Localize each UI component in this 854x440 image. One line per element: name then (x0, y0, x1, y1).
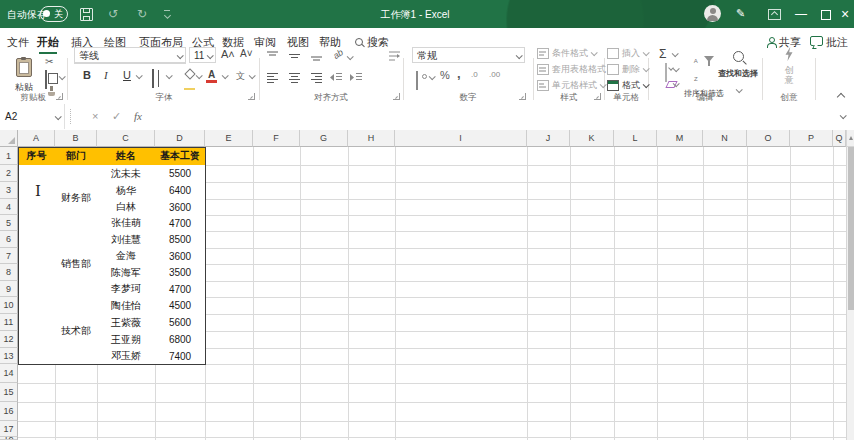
cell-name[interactable]: 杨华 (97, 182, 156, 200)
gridline (614, 147, 615, 440)
cell-salary[interactable]: 5500 (155, 165, 206, 183)
cell-department[interactable]: 销售部 (55, 231, 98, 298)
column-header[interactable]: Q (833, 130, 846, 147)
row-header[interactable]: 15 (0, 383, 18, 402)
cell-name[interactable]: 王亚朔 (97, 331, 156, 349)
row-header[interactable]: 3 (0, 182, 18, 199)
cell-name[interactable]: 邓玉娇 (97, 348, 156, 365)
vertical-scrollbar[interactable] (846, 130, 854, 440)
column-header[interactable]: E (205, 130, 253, 147)
column-header[interactable]: A (18, 130, 55, 147)
excel-window: 自动保存 关 ↺ ↻ 工作簿1 - Excel ✎ — × 文件 开始 插入 绘… (0, 0, 854, 440)
row-header[interactable]: 2 (0, 165, 18, 182)
gridline (833, 147, 834, 440)
cell-name[interactable]: 刘佳慧 (97, 231, 156, 249)
column-header[interactable]: I (395, 130, 527, 147)
select-all-corner[interactable] (0, 130, 18, 147)
row-header[interactable]: 12 (0, 331, 18, 348)
cell-name[interactable]: 沈未未 (97, 165, 156, 183)
cell-department[interactable]: 技术部 (55, 297, 98, 365)
cell-salary[interactable]: 3600 (155, 199, 206, 216)
column-header[interactable]: K (570, 130, 614, 147)
gridline (790, 147, 791, 440)
cell-serial[interactable] (18, 231, 56, 298)
row-header[interactable]: 7 (0, 248, 18, 264)
cell-salary[interactable]: 4500 (155, 297, 206, 315)
gridline (18, 437, 846, 438)
cell-name[interactable]: 王紫薇 (97, 314, 156, 332)
cell-name[interactable]: 张佳萌 (97, 215, 156, 232)
cell-salary[interactable]: 8500 (155, 231, 206, 249)
cell-salary[interactable]: 5600 (155, 314, 206, 332)
table-header-cell[interactable]: 序号 (18, 147, 56, 166)
column-header[interactable]: J (527, 130, 570, 147)
column-header[interactable]: B (55, 130, 97, 147)
table-header-cell[interactable]: 部门 (55, 147, 98, 166)
column-header[interactable]: P (790, 130, 833, 147)
cell-salary[interactable]: 4700 (155, 215, 206, 232)
gridline (703, 147, 704, 440)
gridline (747, 147, 748, 440)
column-header[interactable]: G (300, 130, 348, 147)
row-header[interactable]: 10 (0, 297, 18, 314)
row-header[interactable]: 8 (0, 264, 18, 281)
text-cursor-pointer: I (35, 184, 41, 199)
cell-name[interactable]: 白林 (97, 199, 156, 216)
table-header-cell[interactable]: 姓名 (97, 147, 156, 166)
row-header[interactable]: 5 (0, 215, 18, 231)
cell-name[interactable]: 陈海军 (97, 264, 156, 282)
row-header[interactable]: 1 (0, 147, 18, 165)
column-header[interactable]: D (155, 130, 205, 147)
gridline (18, 421, 846, 422)
cell-salary[interactable]: 6400 (155, 182, 206, 200)
scrollbar-thumb[interactable] (848, 147, 854, 310)
cell-name[interactable]: 李梦珂 (97, 281, 156, 298)
gridline (300, 147, 301, 440)
column-header[interactable]: M (657, 130, 703, 147)
column-header[interactable]: N (703, 130, 747, 147)
cell-salary[interactable]: 6800 (155, 331, 206, 349)
column-header[interactable]: H (348, 130, 395, 147)
cell-salary[interactable]: 3600 (155, 248, 206, 265)
row-header[interactable]: 17 (0, 421, 18, 437)
scroll-up-arrow-icon[interactable] (847, 130, 854, 147)
cell-department[interactable]: 财务部 (55, 165, 98, 232)
row-header[interactable]: 13 (0, 348, 18, 364)
cell-name[interactable]: 陶佳怡 (97, 297, 156, 315)
gridline (18, 383, 846, 384)
gridline (253, 147, 254, 440)
row-header[interactable]: 6 (0, 231, 18, 248)
cell-salary[interactable]: 7400 (155, 348, 206, 365)
row-header[interactable]: 9 (0, 281, 18, 297)
row-header[interactable]: 4 (0, 199, 18, 215)
column-header[interactable]: F (253, 130, 300, 147)
gridline (18, 402, 846, 403)
cell-salary[interactable]: 4700 (155, 281, 206, 298)
cell-name[interactable]: 金海 (97, 248, 156, 265)
row-header[interactable]: 16 (0, 402, 18, 421)
cell-serial[interactable] (18, 297, 56, 365)
row-header[interactable]: 14 (0, 364, 18, 383)
gridline (657, 147, 658, 440)
cell-salary[interactable]: 3500 (155, 264, 206, 282)
column-header[interactable]: L (614, 130, 657, 147)
worksheet-grid[interactable]: ABCDEFGHIJKLMNOPQ12345678910111213141516… (0, 0, 854, 440)
row-header[interactable]: 11 (0, 314, 18, 331)
gridline (395, 147, 396, 440)
column-header[interactable]: O (747, 130, 790, 147)
gridline (527, 147, 528, 440)
gridline (348, 147, 349, 440)
column-header[interactable]: C (97, 130, 155, 147)
table-header-cell[interactable]: 基本工资 (155, 147, 206, 166)
gridline (570, 147, 571, 440)
